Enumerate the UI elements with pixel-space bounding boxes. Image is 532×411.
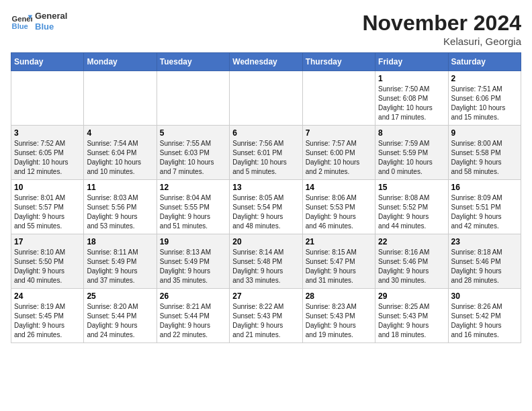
day-number: 19 (160, 237, 226, 246)
title-area: November 2024 Kelasuri, Georgia (362, 11, 521, 47)
calendar-cell: 13Sunrise: 8:05 AM Sunset: 5:54 PM Dayli… (230, 180, 302, 234)
day-info: Sunrise: 7:57 AM Sunset: 6:00 PM Dayligh… (306, 139, 372, 177)
calendar-cell: 26Sunrise: 8:21 AM Sunset: 5:44 PM Dayli… (157, 289, 229, 343)
day-info: Sunrise: 8:21 AM Sunset: 5:44 PM Dayligh… (160, 302, 226, 340)
calendar-cell: 10Sunrise: 8:01 AM Sunset: 5:57 PM Dayli… (11, 180, 84, 234)
logo-line2: Blue (35, 21, 67, 32)
day-info: Sunrise: 7:52 AM Sunset: 6:05 PM Dayligh… (14, 139, 81, 177)
day-number: 30 (451, 291, 518, 301)
day-number: 3 (14, 128, 81, 138)
calendar-cell: 6Sunrise: 7:56 AM Sunset: 6:01 PM Daylig… (230, 126, 302, 180)
day-info: Sunrise: 7:50 AM Sunset: 6:08 PM Dayligh… (378, 85, 445, 122)
week-row-3: 10Sunrise: 8:01 AM Sunset: 5:57 PM Dayli… (11, 180, 521, 234)
day-number: 2 (451, 74, 518, 83)
weekday-header-monday: Monday (84, 53, 157, 71)
week-row-4: 17Sunrise: 8:10 AM Sunset: 5:50 PM Dayli… (11, 234, 521, 289)
week-row-5: 24Sunrise: 8:19 AM Sunset: 5:45 PM Dayli… (11, 289, 521, 343)
day-number: 6 (232, 128, 299, 138)
day-info: Sunrise: 8:26 AM Sunset: 5:42 PM Dayligh… (451, 302, 518, 340)
day-info: Sunrise: 7:55 AM Sunset: 6:03 PM Dayligh… (160, 139, 226, 177)
weekday-header-tuesday: Tuesday (157, 53, 229, 71)
calendar-cell: 5Sunrise: 7:55 AM Sunset: 6:03 PM Daylig… (157, 126, 229, 180)
week-row-1: 1Sunrise: 7:50 AM Sunset: 6:08 PM Daylig… (11, 71, 521, 126)
weekday-header-thursday: Thursday (302, 53, 375, 71)
day-number: 16 (451, 183, 518, 192)
calendar-cell: 2Sunrise: 7:51 AM Sunset: 6:06 PM Daylig… (448, 71, 521, 126)
day-number: 29 (378, 291, 445, 301)
day-number: 7 (306, 128, 372, 138)
logo: General Blue General Blue (11, 11, 67, 32)
day-number: 25 (87, 291, 153, 301)
calendar-cell: 4Sunrise: 7:54 AM Sunset: 6:04 PM Daylig… (84, 126, 157, 180)
page-header: General Blue General Blue November 2024 … (11, 11, 521, 47)
day-number: 22 (378, 237, 445, 246)
day-number: 11 (87, 183, 153, 192)
calendar-cell (157, 71, 229, 126)
day-number: 5 (160, 128, 226, 138)
day-info: Sunrise: 8:03 AM Sunset: 5:56 PM Dayligh… (87, 193, 153, 231)
calendar-cell: 15Sunrise: 8:08 AM Sunset: 5:52 PM Dayli… (375, 180, 448, 234)
logo-line1: General (35, 11, 67, 21)
calendar-cell: 22Sunrise: 8:16 AM Sunset: 5:46 PM Dayli… (375, 234, 448, 289)
calendar-cell: 17Sunrise: 8:10 AM Sunset: 5:50 PM Dayli… (11, 234, 84, 289)
calendar-cell: 8Sunrise: 7:59 AM Sunset: 5:59 PM Daylig… (375, 126, 448, 180)
day-info: Sunrise: 8:20 AM Sunset: 5:44 PM Dayligh… (87, 302, 153, 340)
day-number: 17 (14, 237, 81, 246)
weekday-header-row: SundayMondayTuesdayWednesdayThursdayFrid… (11, 53, 521, 71)
weekday-header-friday: Friday (375, 53, 448, 71)
calendar-cell (302, 71, 375, 126)
day-info: Sunrise: 8:04 AM Sunset: 5:55 PM Dayligh… (160, 193, 226, 231)
day-info: Sunrise: 8:11 AM Sunset: 5:49 PM Dayligh… (87, 248, 153, 285)
day-info: Sunrise: 8:01 AM Sunset: 5:57 PM Dayligh… (14, 193, 81, 231)
day-number: 9 (451, 128, 518, 138)
logo-text: General Blue (35, 11, 67, 32)
day-number: 27 (232, 291, 299, 301)
calendar-cell: 20Sunrise: 8:14 AM Sunset: 5:48 PM Dayli… (230, 234, 302, 289)
calendar-cell: 16Sunrise: 8:09 AM Sunset: 5:51 PM Dayli… (448, 180, 521, 234)
weekday-header-wednesday: Wednesday (230, 53, 302, 71)
calendar-cell: 11Sunrise: 8:03 AM Sunset: 5:56 PM Dayli… (84, 180, 157, 234)
calendar-subtitle: Kelasuri, Georgia (362, 36, 521, 47)
day-number: 24 (14, 291, 81, 301)
day-info: Sunrise: 8:06 AM Sunset: 5:53 PM Dayligh… (306, 193, 372, 231)
calendar-cell: 24Sunrise: 8:19 AM Sunset: 5:45 PM Dayli… (11, 289, 84, 343)
day-number: 20 (232, 237, 299, 246)
calendar-cell: 14Sunrise: 8:06 AM Sunset: 5:53 PM Dayli… (302, 180, 375, 234)
day-info: Sunrise: 7:54 AM Sunset: 6:04 PM Dayligh… (87, 139, 153, 177)
calendar-cell: 1Sunrise: 7:50 AM Sunset: 6:08 PM Daylig… (375, 71, 448, 126)
day-number: 4 (87, 128, 153, 138)
svg-text:Blue: Blue (12, 22, 28, 30)
day-number: 28 (306, 291, 372, 301)
weekday-header-sunday: Sunday (11, 53, 84, 71)
day-number: 8 (378, 128, 445, 138)
calendar-cell (84, 71, 157, 126)
calendar-title: November 2024 (362, 11, 521, 36)
calendar-cell (230, 71, 302, 126)
day-number: 21 (306, 237, 372, 246)
day-info: Sunrise: 8:08 AM Sunset: 5:52 PM Dayligh… (378, 193, 445, 231)
calendar-cell: 30Sunrise: 8:26 AM Sunset: 5:42 PM Dayli… (448, 289, 521, 343)
calendar-table: SundayMondayTuesdayWednesdayThursdayFrid… (11, 52, 521, 343)
logo-icon: General Blue (11, 11, 32, 32)
day-info: Sunrise: 8:15 AM Sunset: 5:47 PM Dayligh… (306, 248, 372, 285)
day-info: Sunrise: 8:25 AM Sunset: 5:43 PM Dayligh… (378, 302, 445, 340)
day-info: Sunrise: 7:51 AM Sunset: 6:06 PM Dayligh… (451, 85, 518, 122)
calendar-cell: 29Sunrise: 8:25 AM Sunset: 5:43 PM Dayli… (375, 289, 448, 343)
calendar-cell: 27Sunrise: 8:22 AM Sunset: 5:43 PM Dayli… (230, 289, 302, 343)
calendar-cell: 28Sunrise: 8:23 AM Sunset: 5:43 PM Dayli… (302, 289, 375, 343)
day-info: Sunrise: 8:05 AM Sunset: 5:54 PM Dayligh… (232, 193, 299, 231)
day-number: 13 (232, 183, 299, 192)
day-info: Sunrise: 8:14 AM Sunset: 5:48 PM Dayligh… (232, 248, 299, 285)
day-number: 23 (451, 237, 518, 246)
calendar-cell: 9Sunrise: 8:00 AM Sunset: 5:58 PM Daylig… (448, 126, 521, 180)
calendar-cell: 21Sunrise: 8:15 AM Sunset: 5:47 PM Dayli… (302, 234, 375, 289)
day-info: Sunrise: 8:00 AM Sunset: 5:58 PM Dayligh… (451, 139, 518, 177)
day-number: 12 (160, 183, 226, 192)
week-row-2: 3Sunrise: 7:52 AM Sunset: 6:05 PM Daylig… (11, 126, 521, 180)
day-info: Sunrise: 8:18 AM Sunset: 5:46 PM Dayligh… (451, 248, 518, 285)
day-number: 1 (378, 74, 445, 83)
day-info: Sunrise: 8:22 AM Sunset: 5:43 PM Dayligh… (232, 302, 299, 340)
day-info: Sunrise: 8:23 AM Sunset: 5:43 PM Dayligh… (306, 302, 372, 340)
day-info: Sunrise: 8:19 AM Sunset: 5:45 PM Dayligh… (14, 302, 81, 340)
calendar-cell: 7Sunrise: 7:57 AM Sunset: 6:00 PM Daylig… (302, 126, 375, 180)
